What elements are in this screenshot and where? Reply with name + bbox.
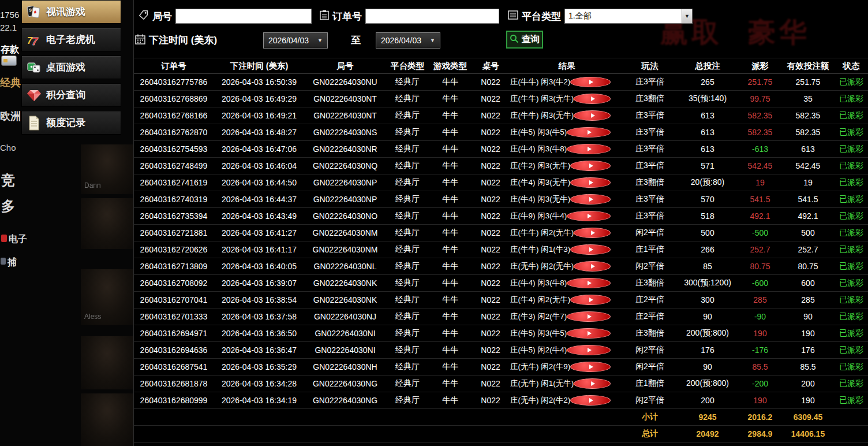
background-text-fragment: 竞 — [1, 171, 15, 189]
status: 已派彩 — [835, 211, 868, 221]
payout: 492.1 — [739, 211, 781, 221]
table-number: N022 — [471, 161, 510, 170]
sidebar-item-points[interactable]: 积分查询 — [21, 83, 121, 107]
chevron-down-icon: ▼ — [430, 38, 435, 43]
payout: 80.75 — [739, 262, 781, 271]
status: 已派彩 — [835, 144, 868, 154]
play-video-button[interactable] — [570, 194, 611, 205]
document-icon — [26, 115, 42, 131]
play-video-button[interactable] — [567, 278, 611, 288]
result-cell: 庄(牛牛) 闲2(无牛) — [510, 228, 623, 238]
valid-bet: 251.75 — [781, 77, 835, 87]
status: 已派彩 — [835, 77, 868, 87]
valid-bet: 35 — [781, 94, 835, 103]
dealer-avatar — [81, 198, 133, 249]
play-type: 闲2平倍 — [623, 362, 676, 372]
sidebar-item-records[interactable]: 额度记录 — [21, 111, 121, 135]
play-video-button[interactable] — [570, 244, 611, 255]
play-video-button[interactable] — [570, 362, 611, 372]
sidebar-item-table-games[interactable]: 桌面游戏 — [21, 55, 121, 79]
play-video-button[interactable] — [567, 127, 611, 137]
round-number-input[interactable] — [175, 9, 312, 24]
table-number: N022 — [471, 144, 510, 154]
background-text-fragment: 多 — [1, 197, 15, 215]
play-video-button[interactable] — [574, 110, 611, 121]
order-number-input[interactable] — [365, 9, 499, 24]
platform-type-select[interactable]: 1.全部 ▼ — [564, 9, 693, 24]
subtotal-payout: 2016.2 — [739, 412, 781, 422]
payout: 190 — [739, 396, 781, 405]
platform-type: 经典厅 — [386, 194, 429, 205]
table-number: N022 — [471, 211, 510, 221]
play-video-button[interactable] — [570, 395, 611, 406]
round-number: GN022264030NQ — [305, 161, 386, 170]
table-number: N022 — [471, 278, 510, 288]
result-cell: 庄(牛3) 闲2(牛7) — [510, 311, 623, 322]
total-bet: 613 — [676, 128, 739, 137]
play-video-button[interactable] — [567, 211, 611, 221]
background-text-fragment: 电子 — [9, 233, 27, 246]
play-video-button[interactable] — [574, 94, 611, 104]
table-row: 2604031627206262026-04-03 16:41:17GN0222… — [134, 241, 868, 258]
valid-bet: 492.1 — [781, 211, 835, 221]
subtotal-valid-bet: 6309.45 — [781, 412, 835, 422]
table-number: N022 — [471, 178, 510, 187]
platform-type: 经典厅 — [386, 211, 429, 221]
sidebar-item-video-games[interactable]: 9 ♦ 视讯游戏 — [21, 0, 121, 24]
sidebar-item-label: 桌面游戏 — [46, 61, 85, 74]
background-text-fragment: 欧洲 — [0, 109, 21, 123]
sidebar-item-slots[interactable]: 7 7 电子老虎机 — [21, 28, 121, 51]
background-text-fragment: 22.1 — [0, 23, 17, 32]
deposit-label-fragment: 存款 — [1, 44, 19, 56]
play-video-button[interactable] — [574, 228, 611, 238]
platform-type: 经典厅 — [386, 345, 429, 355]
date-from-picker[interactable]: 2026/04/03 ▼ — [263, 32, 328, 49]
play-video-button[interactable] — [574, 261, 611, 272]
play-type: 庄3翻倍 — [623, 328, 676, 339]
play-video-button[interactable] — [567, 311, 611, 322]
total-bet: 176 — [676, 345, 739, 355]
date-to-picker[interactable]: 2026/04/03 ▼ — [376, 32, 440, 49]
play-video-button[interactable] — [570, 177, 611, 188]
round-number: GN022264030NK — [305, 278, 386, 288]
result-text: 庄(牛牛) 闲3(无牛) — [510, 94, 574, 104]
platform-type: 经典厅 — [386, 244, 429, 255]
round-number: GN022264030NM — [305, 228, 386, 237]
chevron-down-icon: ▼ — [682, 9, 692, 23]
platform-type: 经典厅 — [386, 77, 429, 87]
play-type: 庄3平倍 — [623, 127, 676, 137]
play-video-button[interactable] — [567, 328, 611, 339]
order-number: 260403162768166 — [134, 111, 214, 120]
payout: 541.5 — [739, 195, 781, 204]
result-text: 庄(牛牛) 闲3(无牛) — [510, 110, 574, 121]
total-bet: 613 — [676, 111, 739, 120]
bet-time: 2026-04-03 16:44:50 — [214, 178, 305, 187]
round-number: GN022264030NK — [305, 295, 386, 304]
round-number-filter: 局号 — [139, 9, 312, 24]
play-type: 庄3平倍 — [623, 77, 676, 87]
result-text: 庄(无牛) 闲1(无牛) — [510, 378, 574, 389]
play-video-button[interactable] — [570, 161, 611, 171]
play-video-button[interactable] — [567, 345, 611, 355]
play-video-button[interactable] — [570, 77, 611, 87]
result-cell: 庄(牛牛) 闲3(牛2) — [510, 77, 623, 87]
valid-bet: 582.35 — [781, 111, 835, 120]
play-type: 庄1翻倍 — [623, 378, 676, 389]
game-type: 牛牛 — [429, 278, 471, 288]
play-video-button[interactable] — [567, 144, 611, 154]
play-video-button[interactable] — [574, 378, 611, 389]
platform-type: 经典厅 — [386, 110, 429, 121]
status: 已派彩 — [835, 362, 868, 372]
status: 已派彩 — [835, 311, 868, 322]
query-button[interactable]: 查询 — [506, 31, 543, 49]
valid-bet: 542.45 — [781, 161, 835, 170]
result-cell: 庄(无牛) 闲2(无牛) — [510, 261, 623, 272]
round-number: GN022264030NR — [305, 144, 386, 154]
game-type: 牛牛 — [429, 110, 471, 121]
result-text: 庄(牛5) 闲2(牛4) — [510, 345, 567, 355]
status: 已派彩 — [835, 194, 868, 205]
play-video-button[interactable] — [570, 295, 611, 305]
order-number: 260403162748499 — [134, 161, 214, 170]
total-bet: 265 — [676, 77, 739, 87]
total-row: 总计 20492 2984.9 14406.15 — [134, 426, 868, 443]
